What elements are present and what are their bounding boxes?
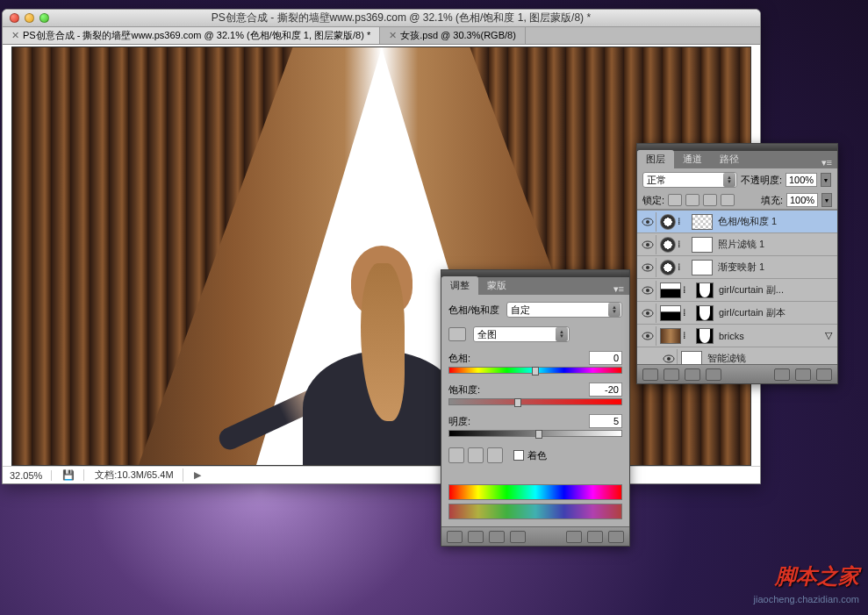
layer-row[interactable]: ⁞ 照片滤镜 1 — [637, 233, 837, 256]
status-bar: 32.05% 💾 文档:10.3M/65.4M ▶ — [3, 466, 760, 483]
slider-thumb-icon[interactable] — [514, 398, 521, 407]
lock-all-icon[interactable] — [721, 194, 735, 206]
svg-point-5 — [646, 266, 649, 269]
layer-row[interactable]: ⁞ 渐变映射 1 — [637, 256, 837, 279]
reset-icon[interactable] — [587, 531, 603, 543]
layer-mask-thumbnail[interactable] — [696, 282, 714, 298]
link-layers-icon[interactable] — [642, 368, 658, 381]
fill-dropdown-icon[interactable]: ▼ — [821, 193, 832, 207]
blend-mode-select[interactable]: 正常 ▲▼ — [642, 172, 737, 188]
adjustments-footer — [441, 526, 629, 546]
smart-filter-thumbnail[interactable] — [681, 351, 702, 365]
layer-row[interactable]: ⁞ girl/curtain 副本 — [637, 302, 837, 325]
lock-pixels-icon[interactable] — [685, 194, 699, 206]
eyedropper-icon[interactable] — [448, 447, 464, 463]
lock-position-icon[interactable] — [703, 194, 717, 206]
eyedropper-add-icon[interactable] — [468, 447, 484, 463]
visibility-toggle[interactable] — [639, 281, 656, 300]
clip-layer-icon[interactable] — [489, 531, 505, 543]
adjustments-panel[interactable]: 调整 蒙版 ▾≡ 色相/饱和度 自定 ▲▼ 全图 ▲▼ 色相: — [441, 269, 630, 547]
slider-thumb-icon[interactable] — [535, 430, 542, 439]
document-tab-active[interactable]: ✕ PS创意合成 - 撕裂的墙壁www.ps369.com @ 32.1% (色… — [3, 27, 380, 44]
layer-fx-icon[interactable] — [664, 368, 679, 381]
layer-row[interactable]: ⁞ girl/curtain 副... — [637, 279, 837, 302]
visibility-toggle[interactable] — [639, 258, 656, 277]
zoom-icon[interactable] — [39, 13, 49, 23]
fill-input[interactable]: 100% — [786, 193, 818, 207]
layer-mask-thumbnail[interactable] — [696, 305, 714, 321]
visibility-toggle[interactable] — [639, 235, 656, 254]
preset-select[interactable]: 自定 ▲▼ — [506, 302, 622, 318]
layer-row[interactable]: ⁞ 色相/饱和度 1 — [637, 211, 837, 233]
hue-slider[interactable] — [448, 367, 622, 374]
lightness-input[interactable] — [589, 414, 622, 428]
visibility-icon[interactable] — [510, 531, 526, 543]
window-titlebar[interactable]: PS创意合成 - 撕裂的墙壁www.ps369.com @ 32.1% (色相/… — [3, 10, 760, 27]
close-icon[interactable] — [10, 13, 19, 23]
minimize-icon[interactable] — [25, 13, 34, 23]
opacity-input[interactable]: 100% — [786, 173, 817, 187]
saturation-slider[interactable] — [448, 398, 622, 405]
layer-row[interactable]: ⁞ bricks ▽ — [637, 325, 837, 347]
layer-row[interactable]: 智能滤镜 — [637, 347, 837, 364]
layer-thumbnail[interactable] — [660, 282, 681, 298]
tab-close-icon[interactable]: ✕ — [11, 30, 19, 41]
layer-thumbnail[interactable] — [660, 328, 681, 344]
status-arrow-icon[interactable]: ▶ — [194, 469, 201, 481]
layer-name[interactable]: girl/curtain 副... — [719, 283, 836, 297]
new-group-icon[interactable] — [774, 368, 790, 381]
tab-paths[interactable]: 路径 — [711, 150, 748, 168]
layers-panel[interactable]: 图层 通道 路径 ▾≡ 正常 ▲▼ 不透明度: 100% ▼ 锁定: 填充: 1… — [636, 143, 838, 384]
layer-thumbnail[interactable] — [660, 305, 681, 321]
layer-name[interactable]: 色相/饱和度 1 — [718, 215, 836, 228]
return-to-list-icon[interactable] — [447, 531, 463, 543]
eyedropper-subtract-icon[interactable] — [487, 447, 503, 463]
range-select[interactable]: 全图 ▲▼ — [473, 326, 570, 342]
lightness-label: 明度: — [448, 415, 470, 428]
fill-label: 填充: — [761, 194, 783, 207]
panel-menu-icon[interactable]: ▾≡ — [816, 157, 837, 168]
visibility-toggle[interactable] — [660, 349, 678, 365]
tab-channels[interactable]: 通道 — [674, 150, 711, 168]
tab-masks[interactable]: 蒙版 — [478, 276, 515, 295]
visibility-toggle[interactable] — [639, 304, 656, 323]
layer-name[interactable]: 渐变映射 1 — [718, 261, 836, 274]
hue-input[interactable] — [589, 351, 622, 365]
link-icon: ⁞ — [683, 330, 693, 341]
layer-name[interactable]: 智能滤镜 — [707, 352, 836, 364]
lock-transparency-icon[interactable] — [668, 194, 682, 206]
layer-mask-icon[interactable] — [685, 368, 700, 381]
opacity-dropdown-icon[interactable]: ▼ — [821, 173, 831, 187]
saturation-input[interactable] — [589, 383, 622, 397]
new-adjustment-icon[interactable] — [706, 368, 721, 381]
select-arrows-icon: ▲▼ — [608, 303, 621, 317]
select-arrows-icon: ▲▼ — [723, 173, 735, 187]
layer-name[interactable]: 照片滤镜 1 — [718, 238, 836, 251]
expand-icon[interactable] — [468, 531, 484, 543]
tab-adjustments[interactable]: 调整 — [441, 276, 478, 295]
layer-thumbnail[interactable] — [692, 260, 713, 275]
layer-name[interactable]: girl/curtain 副本 — [719, 306, 836, 319]
visibility-toggle[interactable] — [639, 326, 656, 346]
lightness-slider[interactable] — [448, 430, 622, 437]
tab-close-icon[interactable]: ✕ — [389, 30, 397, 41]
panel-menu-icon[interactable]: ▾≡ — [608, 283, 629, 295]
targeted-adjust-icon[interactable] — [448, 327, 466, 341]
link-icon: ⁞ — [683, 284, 693, 296]
colorize-checkbox[interactable] — [513, 450, 524, 461]
document-tab[interactable]: ✕ 女孩.psd @ 30.3%(RGB/8) — [380, 27, 526, 44]
trash-icon[interactable] — [816, 368, 832, 381]
new-layer-icon[interactable] — [795, 368, 811, 381]
visibility-toggle[interactable] — [639, 212, 656, 232]
collapse-icon[interactable]: ▽ — [825, 330, 832, 341]
tab-layers[interactable]: 图层 — [637, 150, 674, 168]
slider-thumb-icon[interactable] — [532, 367, 539, 375]
layer-thumbnail[interactable] — [692, 237, 713, 253]
svg-point-13 — [667, 357, 671, 361]
layer-name[interactable]: bricks — [719, 331, 825, 341]
layer-thumbnail[interactable] — [692, 214, 713, 230]
layer-mask-thumbnail[interactable] — [696, 328, 714, 344]
zoom-level[interactable]: 32.05% — [10, 470, 52, 481]
trash-icon[interactable] — [608, 531, 624, 543]
previous-state-icon[interactable] — [566, 531, 582, 543]
